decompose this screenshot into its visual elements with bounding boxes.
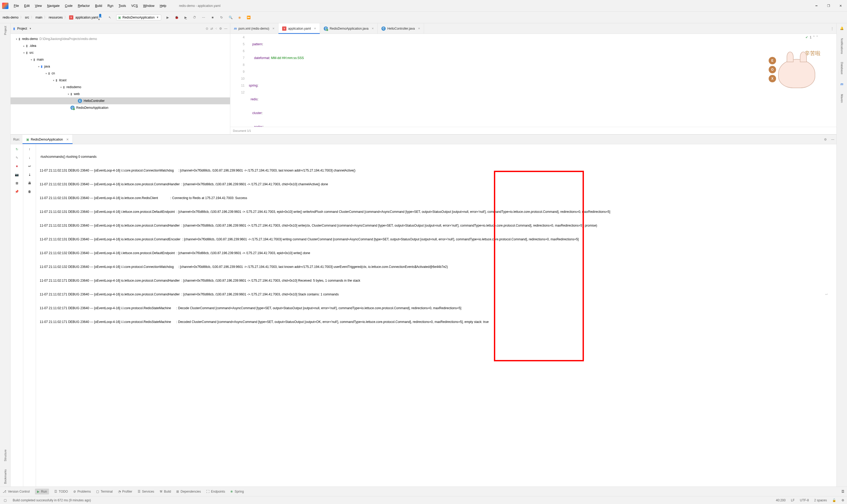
tool-services[interactable]: ☰Services [138, 490, 154, 493]
menu-build[interactable]: Build [93, 3, 104, 9]
tree-src[interactable]: ▾▮src [11, 49, 230, 56]
ide-settings-icon[interactable]: ◉ [237, 15, 242, 20]
debug-icon[interactable]: 🐞 [174, 15, 179, 20]
coverage-icon[interactable]: ▶̲ [183, 15, 188, 20]
tree-redisdemoapp[interactable]: CRedisDemoApplication [11, 104, 230, 111]
stop-icon[interactable]: ■ [210, 15, 215, 20]
hide-panel-icon[interactable]: — [829, 138, 836, 141]
console-output[interactable]: rtushcommands() rtushing 0 commands 11-0… [36, 144, 836, 487]
tool-todo[interactable]: ☲TODO [54, 490, 68, 493]
tool-spring[interactable]: ❀Spring [230, 490, 244, 493]
project-pane-title[interactable]: Project [17, 27, 27, 31]
menu-window[interactable]: Window [141, 3, 157, 9]
tab-pom[interactable]: mpom.xml (redis-demo)✕ [230, 23, 278, 34]
crumb-file[interactable]: application.yaml [75, 16, 98, 19]
scroll-up-icon[interactable]: ↑ [29, 147, 31, 151]
minimize-icon[interactable]: ━ [814, 3, 819, 8]
event-log-icon[interactable]: ☲ [842, 490, 844, 493]
maximize-icon[interactable]: ❐ [826, 3, 831, 8]
attach-icon[interactable]: ⋯ [201, 15, 206, 20]
rerun-icon[interactable]: ↻ [16, 147, 18, 151]
run-tab[interactable]: ▣RedisDemoApplication✕ [22, 135, 73, 144]
close-icon[interactable]: ✕ [838, 3, 843, 8]
close-tab-icon[interactable]: ✕ [272, 27, 274, 30]
crumb-src[interactable]: src [25, 16, 29, 19]
tree-hellocontroller[interactable]: CHelloController [11, 97, 230, 104]
filter-icon[interactable]: ⁖ [215, 27, 217, 31]
layout-icon[interactable]: ⊞ [16, 181, 18, 185]
pin-icon[interactable]: 📌 [15, 190, 19, 194]
menu-tools[interactable]: Tools [116, 3, 128, 9]
close-tab-icon[interactable]: ✕ [372, 27, 374, 30]
menu-edit[interactable]: Edit [22, 3, 32, 9]
menu-code[interactable]: Code [63, 3, 75, 9]
tool-notifications[interactable]: Notifications [841, 38, 844, 54]
tool-bookmarks[interactable]: Bookmarks [4, 469, 7, 484]
tool-run[interactable]: ▶Run [35, 489, 49, 494]
inspection-widget[interactable]: ✔1˄˅ [806, 35, 818, 39]
crumb-root[interactable]: redis-demo [3, 16, 19, 19]
close-tab-icon[interactable]: ✕ [418, 27, 420, 30]
tool-vcs[interactable]: ⎇Version Control [3, 490, 30, 493]
tree-idea[interactable]: ▸▮.idea [11, 42, 230, 49]
close-tab-icon[interactable]: ✕ [66, 138, 69, 141]
search-icon[interactable]: 🔍 [228, 15, 233, 20]
tool-database[interactable]: Database [841, 62, 844, 74]
menu-navigate[interactable]: Navigate [45, 3, 62, 9]
user-icon[interactable]: 👤▾ [98, 15, 104, 20]
scroll-down-icon[interactable]: ↓ [29, 156, 31, 160]
indent-setting[interactable]: 2 spaces [814, 499, 827, 502]
run-config-selector[interactable]: ▣ RedisDemoApplication ▼ [116, 15, 161, 20]
maven-tool-icon[interactable]: m [841, 82, 843, 86]
tool-project[interactable]: Project [4, 26, 7, 35]
run-icon[interactable]: ▶ [165, 15, 170, 20]
code-content[interactable]: pattern: dateformat: MM-dd HH:mm:ss:SSS … [249, 34, 836, 127]
tree-root[interactable]: ▾▮redis-demoD:\DingJiaxiong\IdeaProjects… [11, 35, 230, 42]
profile-icon[interactable]: ⏱ [192, 15, 197, 20]
tree-itcast[interactable]: ▾▮itcast [11, 77, 230, 84]
tool-problems[interactable]: ⊘Problems [73, 490, 91, 493]
tree-java[interactable]: ▾▮java [11, 63, 230, 70]
chevron-down-icon[interactable]: ▼ [29, 27, 32, 30]
menu-run[interactable]: Run [105, 3, 115, 9]
update-icon[interactable]: ↻ [219, 15, 224, 20]
build-icon[interactable]: ↖ [107, 15, 112, 20]
tool-settings-icon[interactable]: ✎ [16, 156, 18, 160]
tree-redisdemo[interactable]: ▾▮redisdemo [11, 84, 230, 91]
tool-profiler[interactable]: ◔Profiler [118, 490, 132, 493]
stop-icon[interactable]: ■ [16, 164, 18, 168]
readonly-icon[interactable]: 🔓 [832, 499, 836, 502]
scroll-end-icon[interactable]: ⤓ [28, 173, 31, 177]
tool-maven[interactable]: Maven [841, 94, 844, 103]
tab-yaml[interactable]: Yapplication.yaml✕ [278, 23, 320, 34]
tool-build[interactable]: ⚒Build [160, 490, 171, 493]
run-anything-icon[interactable]: ⏩ [246, 15, 251, 20]
collapse-icon[interactable]: ⊙ [206, 27, 208, 31]
tool-deps[interactable]: ⊞Dependencies [176, 490, 201, 493]
clear-icon[interactable]: 🗑 [28, 190, 31, 194]
tree-cn[interactable]: ▾▮cn [11, 70, 230, 77]
tree-web[interactable]: ▾▮web [11, 91, 230, 97]
gear-icon[interactable]: ⚙ [822, 138, 829, 141]
tool-terminal[interactable]: ▢Terminal [96, 490, 112, 493]
hide-tool-windows-icon[interactable]: ▢ [3, 498, 7, 503]
tool-endpoints[interactable]: ⛶Endpoints [206, 490, 225, 493]
settings-icon[interactable]: ⚙ [219, 27, 222, 31]
tab-app[interactable]: CRedisDemoApplication.java✕ [320, 23, 378, 34]
memory-indicator-icon[interactable]: ⚙ [842, 499, 844, 502]
soft-wrap-icon[interactable]: ↩ [28, 164, 31, 168]
code-editor[interactable]: 456789101112 pattern: dateformat: MM-dd … [230, 34, 836, 127]
close-tab-icon[interactable]: ✕ [314, 27, 316, 30]
tool-structure[interactable]: Structure [4, 449, 7, 462]
bell-icon[interactable]: 🔔 [840, 26, 844, 30]
menu-file[interactable]: File [12, 3, 21, 9]
file-encoding[interactable]: UTF-8 [800, 499, 809, 502]
crumb-resources[interactable]: resources [49, 16, 63, 19]
tab-hello[interactable]: CHelloController.java✕ [378, 23, 424, 34]
print-icon[interactable]: 🖶 [28, 181, 31, 185]
breadcrumb[interactable]: redis-demo〉 src〉 main〉 resources〉 Y appl… [3, 15, 98, 20]
hide-icon[interactable]: — [224, 27, 227, 31]
menu-help[interactable]: Help [158, 3, 168, 9]
dump-threads-icon[interactable]: 📷 [15, 173, 19, 177]
tab-overflow-icon[interactable]: ⋮ [831, 27, 834, 31]
